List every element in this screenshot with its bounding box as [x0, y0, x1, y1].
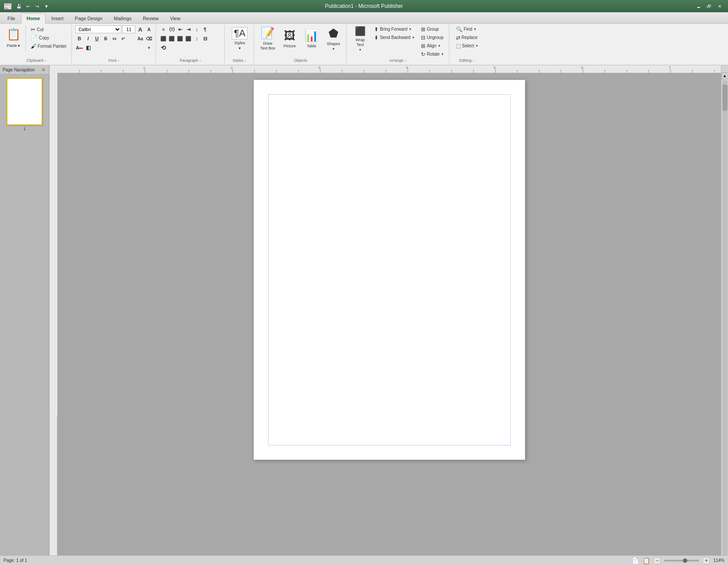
styles-button[interactable]: ¶A Styles ▼: [228, 25, 251, 51]
font-color-button[interactable]: A: [75, 44, 83, 52]
canvas-scroll-area[interactable]: [57, 73, 721, 565]
clipboard-expand[interactable]: ⌄: [44, 59, 47, 62]
v-scroll-thumb[interactable]: [722, 85, 728, 111]
save-button[interactable]: 💾: [15, 2, 23, 10]
font-name-select[interactable]: Calibri: [75, 25, 121, 33]
copy-button[interactable]: 📄 Copy: [28, 34, 69, 42]
align-button[interactable]: ⊞ Align ▼: [419, 42, 446, 49]
bold-button[interactable]: B: [75, 35, 83, 42]
styles-content: ¶A Styles ▼: [228, 25, 251, 58]
cut-icon: ✂: [31, 26, 35, 33]
text-direction-button[interactable]: ⟲: [159, 44, 167, 52]
main-area: Page Navigation ✕ 1: [0, 65, 728, 565]
find-icon: 🔍: [456, 26, 463, 32]
zoom-level: 114%: [713, 558, 724, 563]
send-backward-button[interactable]: ⬇ Send Backward ▼: [372, 34, 417, 41]
grow-font-button[interactable]: A: [136, 25, 144, 33]
arrange-expand[interactable]: ⌄: [404, 59, 407, 62]
underline-button[interactable]: U: [93, 35, 101, 42]
ungroup-button[interactable]: ⊟ Ungroup: [419, 34, 446, 41]
font-size-input[interactable]: [122, 25, 135, 33]
decrease-indent-button[interactable]: ⇤: [176, 25, 184, 33]
font-expand[interactable]: ⌄: [117, 59, 120, 62]
select-button[interactable]: ⬚ Select ▼: [453, 42, 482, 49]
page-1-thumbnail[interactable]: [7, 78, 42, 125]
close-button[interactable]: ✕: [715, 2, 724, 10]
rotate-dropdown[interactable]: ▼: [441, 53, 444, 56]
status-view-reading[interactable]: 📋: [643, 557, 650, 564]
undo-button[interactable]: ↩: [24, 2, 32, 10]
align-dropdown[interactable]: ▼: [438, 44, 441, 47]
paragraph-expand[interactable]: ⌄: [199, 59, 201, 62]
redo-button[interactable]: ↪: [33, 2, 41, 10]
bring-forward-button[interactable]: ⬆ Bring Forward ▼: [372, 25, 417, 33]
zoom-slider-track[interactable]: [664, 560, 699, 561]
picture-button[interactable]: 🖼 Picture: [279, 25, 300, 51]
send-backward-dropdown[interactable]: ▼: [412, 36, 415, 39]
tab-page-design[interactable]: Page Design: [69, 13, 108, 23]
tab-insert[interactable]: Insert: [46, 13, 69, 23]
numbering-button[interactable]: ⑴: [168, 25, 176, 33]
rotate-button[interactable]: ↻ Rotate ▼: [419, 50, 446, 58]
text-highlight-button[interactable]: ◧: [84, 44, 92, 52]
restore-button[interactable]: 🗗: [704, 2, 714, 10]
font-name-row: Calibri A A: [75, 25, 153, 33]
tab-mailings[interactable]: Mailings: [108, 13, 137, 23]
case-button[interactable]: Aa: [136, 35, 144, 42]
align-center-button[interactable]: ⬛: [168, 35, 176, 42]
wrap-text-dropdown[interactable]: ▼: [359, 48, 362, 51]
tab-home[interactable]: Home: [21, 13, 46, 24]
scroll-up-button[interactable]: ▲: [721, 72, 728, 79]
align-right-button[interactable]: ⬛: [176, 35, 184, 42]
zoom-out-button[interactable]: −: [654, 557, 661, 564]
draw-text-box-button[interactable]: 📝 DrawText Box: [258, 25, 278, 51]
bullets-button[interactable]: ≡: [159, 25, 167, 33]
strikethrough-button[interactable]: S: [102, 35, 110, 42]
increase-indent-button[interactable]: ⇥: [184, 25, 192, 33]
font-color-dropdown[interactable]: ▼: [145, 44, 153, 52]
show-marks-button[interactable]: ¶: [201, 25, 209, 33]
find-dropdown[interactable]: ▼: [474, 28, 477, 31]
find-button[interactable]: 🔍 Find ▼: [453, 25, 482, 33]
quick-access-dropdown[interactable]: ▼: [42, 2, 50, 10]
align-left-button[interactable]: ⬛: [159, 35, 167, 42]
cut-button[interactable]: ✂ Cut: [28, 25, 69, 33]
replace-button[interactable]: ⇄ Replace: [453, 34, 482, 41]
styles-dropdown-arrow[interactable]: ▼: [238, 46, 241, 50]
tab-review[interactable]: Review: [137, 13, 164, 23]
bring-forward-dropdown[interactable]: ▼: [409, 28, 412, 31]
sort-button[interactable]: ↕: [193, 25, 201, 33]
clear-format-button[interactable]: ⌫: [145, 35, 153, 42]
group-button[interactable]: ⊞ Group: [419, 25, 446, 33]
superscript-button[interactable]: x²: [119, 35, 127, 42]
arrange-group: ⬛ WrapText ▼ ⬆ Bring Forward ▼ ⬇ Send Ba…: [347, 25, 449, 64]
shapes-dropdown[interactable]: ▼: [332, 47, 335, 50]
vertical-scrollbar[interactable]: ▲ ▼: [721, 65, 728, 565]
zoom-in-button[interactable]: +: [703, 557, 710, 564]
zoom-slider-thumb[interactable]: [683, 558, 687, 563]
justify-button[interactable]: ⬛: [184, 35, 192, 42]
table-button[interactable]: 📊 Table: [301, 25, 322, 51]
minimize-button[interactable]: 🗕: [694, 2, 703, 10]
status-view-normal[interactable]: 📄: [632, 557, 639, 564]
tab-view[interactable]: View: [164, 13, 186, 23]
svg-text:5: 5: [494, 66, 496, 70]
paste-dropdown-arrow[interactable]: ▼: [18, 44, 21, 47]
editing-expand[interactable]: ⌄: [472, 59, 475, 62]
close-page-nav-button[interactable]: ✕: [40, 67, 46, 73]
select-dropdown[interactable]: ▼: [475, 44, 478, 47]
columns-button[interactable]: ⊟: [201, 35, 209, 42]
tab-file[interactable]: File: [2, 13, 21, 23]
font-group-label: Font ⌄: [75, 58, 153, 63]
line-spacing-button[interactable]: ↕: [193, 35, 201, 42]
format-painter-button[interactable]: 🖌 Format Painter: [28, 42, 69, 50]
shapes-button[interactable]: ⬟ Shapes ▼: [323, 25, 343, 51]
shrink-font-button[interactable]: A: [145, 25, 153, 33]
wrap-text-button[interactable]: ⬛ WrapText ▼: [350, 25, 370, 51]
table-icon: 📊: [304, 29, 318, 42]
italic-button[interactable]: I: [84, 35, 92, 42]
subscript-button[interactable]: x₂: [110, 35, 118, 42]
paste-button[interactable]: 📋: [4, 25, 23, 43]
styles-expand[interactable]: ⌄: [244, 59, 247, 62]
editing-group-label: Editing ⌄: [453, 58, 482, 63]
